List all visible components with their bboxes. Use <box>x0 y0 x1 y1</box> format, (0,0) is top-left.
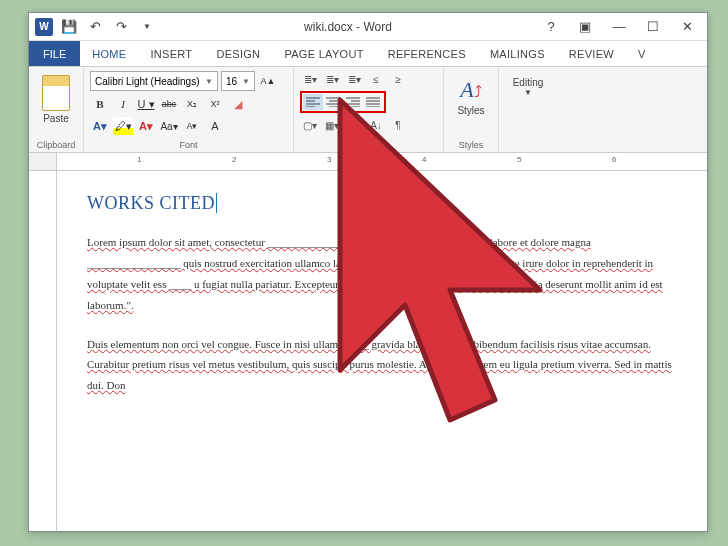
align-center-button[interactable] <box>323 94 343 110</box>
tab-page-layout[interactable]: PAGE LAYOUT <box>272 41 375 66</box>
chevron-down-icon: ▼ <box>205 77 213 86</box>
bold-button[interactable]: B <box>90 95 110 113</box>
group-paragraph: ≣▾ ≣▾ ≣▾ ≤ ≥ <box>294 67 444 152</box>
font-color-button[interactable]: A▾ <box>136 117 156 135</box>
group-font: Calibri Light (Headings)▼ 16▼ A▲ B I U ▾… <box>84 67 294 152</box>
multilevel-button[interactable]: ≣▾ <box>344 71 364 87</box>
paste-button[interactable]: Paste <box>35 71 77 124</box>
align-left-button[interactable] <box>303 94 323 110</box>
paste-icon <box>42 75 70 111</box>
italic-button[interactable]: I <box>113 95 133 113</box>
word-window: W 💾 ↶ ↷ ▼ wiki.docx - Word ? ▣ — ☐ ✕ FIL… <box>28 12 708 532</box>
word-app-icon: W <box>35 18 53 36</box>
horizontal-ruler[interactable]: 1 2 3 4 5 6 <box>29 153 707 171</box>
subscript-button[interactable]: X₂ <box>182 95 202 113</box>
alignment-group-highlighted <box>300 91 386 113</box>
sort-button[interactable]: A↓ <box>366 117 386 133</box>
ribbon-tabs: FILE HOME INSERT DESIGN PAGE LAYOUT REFE… <box>29 41 707 67</box>
undo-icon[interactable]: ↶ <box>85 17 105 37</box>
group-styles-label: Styles <box>450 139 492 150</box>
group-paragraph-label: P <box>300 139 437 150</box>
tab-insert[interactable]: INSERT <box>138 41 204 66</box>
strikethrough-button[interactable]: abc <box>159 95 179 113</box>
line-spacing-button[interactable]: ‡▾ <box>344 117 364 133</box>
group-clipboard: Paste Clipboard <box>29 67 84 152</box>
document-paragraph: Lorem ipsum dolor sit amet, consectetur … <box>87 232 677 316</box>
tab-references[interactable]: REFERENCES <box>376 41 478 66</box>
tab-home[interactable]: HOME <box>80 41 138 66</box>
group-editing: Editing ▼ <box>499 67 557 152</box>
save-icon[interactable]: 💾 <box>59 17 79 37</box>
text-effects-button[interactable]: A▾ <box>90 117 110 135</box>
redo-icon[interactable]: ↷ <box>111 17 131 37</box>
clear-formatting-button[interactable]: ◢ <box>228 95 248 113</box>
editing-button[interactable]: Editing ▼ <box>505 71 551 97</box>
titlebar: W 💾 ↶ ↷ ▼ wiki.docx - Word ? ▣ — ☐ ✕ <box>29 13 707 41</box>
shrink-font-button[interactable]: A▾ <box>182 117 202 135</box>
align-right-button[interactable] <box>343 94 363 110</box>
numbering-button[interactable]: ≣▾ <box>322 71 342 87</box>
highlight-button[interactable]: 🖊▾ <box>113 117 133 135</box>
group-styles: A⤴ Styles Styles <box>444 67 499 152</box>
window-title: wiki.docx - Word <box>157 20 539 34</box>
tab-design[interactable]: DESIGN <box>204 41 272 66</box>
minimize-icon[interactable]: — <box>607 17 631 37</box>
group-font-label: Font <box>90 139 287 150</box>
bullets-button[interactable]: ≣▾ <box>300 71 320 87</box>
qat-customize-icon[interactable]: ▼ <box>137 17 157 37</box>
superscript-button[interactable]: X² <box>205 95 225 113</box>
ribbon-options-icon[interactable]: ▣ <box>573 17 597 37</box>
maximize-icon[interactable]: ☐ <box>641 17 665 37</box>
chevron-down-icon: ▼ <box>242 77 250 86</box>
document-page[interactable]: WORKS CITED Lorem ipsum dolor sit amet, … <box>57 171 707 531</box>
vertical-ruler[interactable] <box>29 171 57 531</box>
decrease-indent-button[interactable]: ≤ <box>366 71 386 87</box>
paragraph-marks-button[interactable]: ¶ <box>388 117 408 133</box>
styles-icon: A⤴ <box>460 77 481 103</box>
grow-font-button-2[interactable]: A <box>205 117 225 135</box>
styles-button[interactable]: A⤴ Styles <box>450 71 492 116</box>
tab-mailings[interactable]: MAILINGS <box>478 41 557 66</box>
grow-font-button[interactable]: A▲ <box>258 72 278 90</box>
document-paragraph: Duis elementum non orci vel congue. Fusc… <box>87 334 677 397</box>
tab-view-cutoff[interactable]: V <box>626 41 658 66</box>
tab-review[interactable]: REVIEW <box>557 41 626 66</box>
shading-button[interactable]: ▢▾ <box>300 117 320 133</box>
ribbon: Paste Clipboard Calibri Light (Headings)… <box>29 67 707 153</box>
tab-file[interactable]: FILE <box>29 41 80 66</box>
help-icon[interactable]: ? <box>539 17 563 37</box>
change-case-button[interactable]: Aa▾ <box>159 117 179 135</box>
increase-indent-button[interactable]: ≥ <box>388 71 408 87</box>
close-icon[interactable]: ✕ <box>675 17 699 37</box>
underline-button[interactable]: U ▾ <box>136 95 156 113</box>
document-area: WORKS CITED Lorem ipsum dolor sit amet, … <box>29 171 707 531</box>
document-heading: WORKS CITED <box>87 193 677 214</box>
justify-button[interactable] <box>363 94 383 110</box>
borders-button[interactable]: ▦▾ <box>322 117 342 133</box>
font-name-select[interactable]: Calibri Light (Headings)▼ <box>90 71 218 91</box>
font-size-select[interactable]: 16▼ <box>221 71 255 91</box>
group-clipboard-label: Clipboard <box>35 139 77 150</box>
